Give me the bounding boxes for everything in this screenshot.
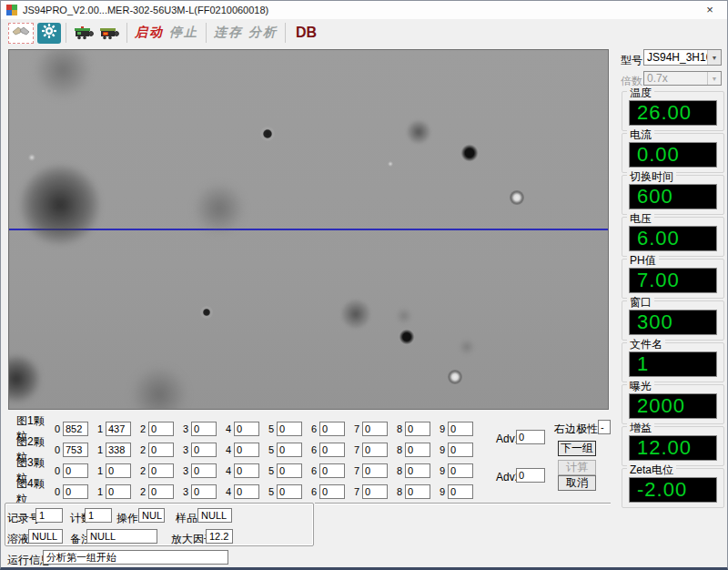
voltage-group: 电压6.00 (622, 217, 724, 257)
next-group-button[interactable]: 下一组 (558, 441, 596, 456)
zeta-label: Zeta电位 (627, 463, 676, 478)
settings-button[interactable] (37, 23, 61, 44)
ph-display: 7.00 (629, 268, 717, 293)
particle-count-input[interactable] (362, 484, 388, 499)
particle-count-input[interactable] (405, 463, 430, 478)
particle-count-input[interactable] (148, 422, 174, 436)
particle-count-input[interactable] (63, 463, 88, 478)
adv2-input[interactable] (516, 468, 545, 483)
particle-count-input[interactable] (106, 484, 131, 499)
particle-count-input[interactable] (319, 484, 345, 499)
scan-line (9, 229, 608, 230)
particle-count-input[interactable] (234, 463, 259, 478)
model-dropdown[interactable]: JS94H_3H10X ▼ (643, 49, 722, 66)
particle-count-input[interactable] (362, 443, 388, 457)
stop-button[interactable]: 停止 (169, 25, 198, 41)
particle (460, 144, 479, 162)
particle-count-input[interactable] (362, 422, 388, 436)
particle-count-input[interactable] (448, 443, 473, 457)
switch-time-label: 切换时间 (627, 169, 676, 185)
temperature-label: 温度 (627, 86, 654, 101)
particle (132, 367, 187, 410)
particle-count-input[interactable] (362, 463, 388, 478)
particle-index-label: 2 (140, 423, 148, 434)
remark-input[interactable] (86, 529, 157, 544)
particle-count-input[interactable] (148, 463, 174, 478)
analyze-button[interactable]: 分析 (248, 25, 278, 41)
particle-count-input[interactable] (277, 484, 302, 499)
particle-count-input[interactable] (319, 443, 345, 457)
window-label: 窗口 (627, 295, 654, 310)
particle-index-label: 7 (354, 486, 362, 497)
particle-count-input[interactable] (106, 463, 131, 478)
particle-count-input[interactable] (234, 422, 259, 436)
particle-count-input[interactable] (405, 484, 430, 499)
record-number-input[interactable] (35, 508, 63, 523)
cancel-button[interactable]: 取消 (558, 475, 596, 491)
particle-count-input[interactable] (63, 443, 88, 457)
particle-index-label: 9 (440, 444, 448, 455)
camera-record-button[interactable] (96, 22, 122, 44)
particle-index-label: 9 (440, 423, 448, 434)
particle-count-input[interactable] (191, 443, 217, 457)
particle-count-input[interactable] (106, 443, 131, 457)
operator-input[interactable] (138, 508, 165, 523)
toolbar-separator (206, 23, 207, 43)
particle-index-label: 5 (268, 444, 277, 455)
particle-index-label: 3 (183, 465, 191, 476)
particle (195, 184, 244, 233)
right-polarity-label: 右边极性 (554, 422, 598, 437)
zeta-display: -2.00 (629, 477, 717, 503)
particle-count-input[interactable] (148, 484, 174, 499)
run-info-input[interactable] (43, 550, 228, 565)
particle-count-input[interactable] (234, 443, 259, 457)
particle-index-label: 1 (97, 444, 106, 455)
particle-count-input[interactable] (448, 422, 473, 436)
particle-count-input[interactable] (277, 443, 302, 457)
window-group: 窗口300 (622, 300, 724, 341)
right-polarity-input[interactable] (598, 420, 611, 434)
application-window: JS94PRO_V2.00...MER-302-56U3M-L(FF021006… (0, 0, 728, 570)
sample-name-input[interactable] (197, 508, 232, 523)
start-button[interactable]: 启动 (135, 25, 164, 41)
particle-count-input[interactable] (63, 484, 88, 499)
particle-count-input[interactable] (448, 484, 473, 499)
particle-index-label: 2 (140, 486, 148, 497)
particle-count-input[interactable] (277, 463, 302, 478)
connect-button[interactable] (8, 23, 34, 44)
magnify-factor-input[interactable] (206, 529, 233, 544)
particle-row-4: 图4颗粒0123456789 (1, 483, 611, 499)
particle-count-input[interactable] (405, 422, 430, 436)
particle-count-input[interactable] (63, 422, 88, 436)
particle-index-label: 2 (140, 465, 148, 476)
adv1-input[interactable] (516, 430, 545, 444)
particle (28, 154, 35, 161)
particle-count-input[interactable] (148, 443, 174, 457)
particle-count-input[interactable] (191, 484, 217, 499)
particle-index-label: 3 (183, 423, 191, 434)
app-icon (6, 5, 17, 15)
particle-index-label: 6 (311, 423, 319, 434)
particle-count-input[interactable] (448, 463, 473, 478)
exposure-group: 曝光2000 (622, 384, 724, 424)
particle-count-input[interactable] (405, 443, 430, 457)
continuous-save-button[interactable]: 连存 (214, 25, 243, 41)
toolbar-separator (126, 23, 127, 43)
current-display: 0.00 (629, 142, 717, 168)
camera-live-button[interactable] (71, 22, 96, 44)
particle-count-input[interactable] (106, 422, 131, 436)
particle-count-input[interactable] (191, 463, 217, 478)
solution-input[interactable] (28, 529, 63, 544)
particle-count-input[interactable] (319, 422, 345, 436)
particle-count-input[interactable] (234, 484, 259, 499)
particle-count-input[interactable] (277, 422, 302, 436)
close-icon[interactable]: × (700, 2, 720, 17)
window-display: 300 (629, 310, 717, 335)
microscope-image-view[interactable] (8, 49, 609, 410)
particle-count-input[interactable] (319, 463, 345, 478)
toolbar-separator (285, 23, 286, 43)
database-button[interactable]: DB (296, 25, 317, 41)
count-input[interactable] (85, 508, 112, 523)
particle-count-input[interactable] (191, 422, 217, 436)
particle-index-label: 9 (440, 486, 448, 497)
